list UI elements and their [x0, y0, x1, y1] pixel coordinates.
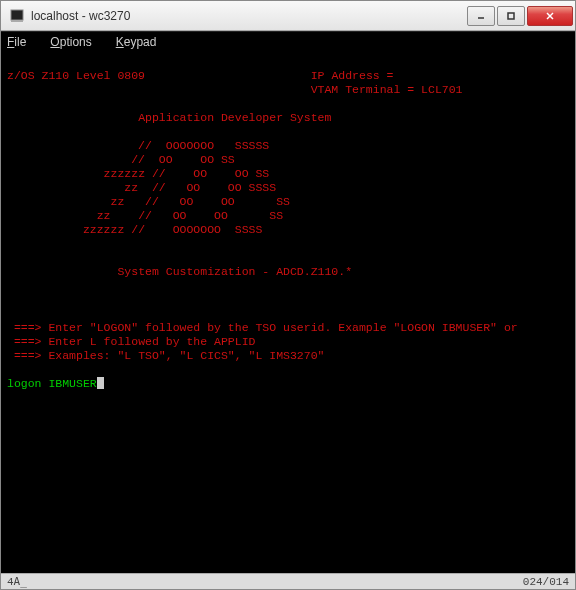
minimize-button[interactable] — [467, 6, 495, 26]
menubar: File Options Keypad — [1, 31, 575, 51]
statusbar: 4A̲ 024/014 — [1, 573, 575, 589]
command-input[interactable]: logon IBMUSER — [7, 377, 97, 390]
svg-rect-1 — [11, 20, 23, 22]
window-buttons — [467, 6, 573, 26]
vtam-terminal: VTAM Terminal = LCL701 — [311, 83, 463, 96]
instruction-line: ===> Examples: "L TSO", "L CICS", "L IMS… — [14, 349, 325, 362]
svg-rect-3 — [508, 13, 514, 19]
ascii-art-line: zz // OO OO SSSS — [76, 181, 345, 194]
ascii-art-line: zz // OO OO SS — [76, 209, 345, 222]
os-level: z/OS Z110 Level 0809 — [7, 69, 145, 82]
ascii-art-line: // OOOOOOO SSSSS — [7, 139, 276, 152]
status-left: 4A̲ — [7, 575, 523, 588]
ascii-art-line: zzzzzz // OO OO SS — [76, 167, 345, 180]
ascii-art-line: zzzzzz // OOOOOOO SSSS — [76, 223, 345, 236]
close-button[interactable] — [527, 6, 573, 26]
app-window: localhost - wc3270 File Options Keypad z… — [0, 0, 576, 590]
cursor-position: 024/014 — [523, 576, 569, 588]
ascii-art-line: // OO OO SS — [7, 153, 276, 166]
menu-options[interactable]: Options — [50, 35, 91, 49]
heading: Application Developer System — [138, 111, 331, 124]
svg-rect-0 — [11, 10, 23, 20]
terminal-screen[interactable]: z/OS Z110 Level 0809 IP Address = VTAM T… — [1, 51, 575, 573]
ascii-art-line: zz // OO OO SS — [76, 195, 345, 208]
instruction-line: ===> Enter L followed by the APPLID — [14, 335, 256, 348]
window-title: localhost - wc3270 — [31, 9, 467, 23]
subheading: System Customization - ADCD.Z110.* — [117, 265, 352, 278]
menu-keypad[interactable]: Keypad — [116, 35, 157, 49]
titlebar[interactable]: localhost - wc3270 — [1, 1, 575, 31]
app-icon — [9, 8, 25, 24]
maximize-button[interactable] — [497, 6, 525, 26]
text-cursor — [97, 377, 104, 389]
menu-file[interactable]: File — [7, 35, 26, 49]
instruction-line: ===> Enter "LOGON" followed by the TSO u… — [14, 321, 518, 334]
ip-address-label: IP Address = — [311, 69, 456, 82]
